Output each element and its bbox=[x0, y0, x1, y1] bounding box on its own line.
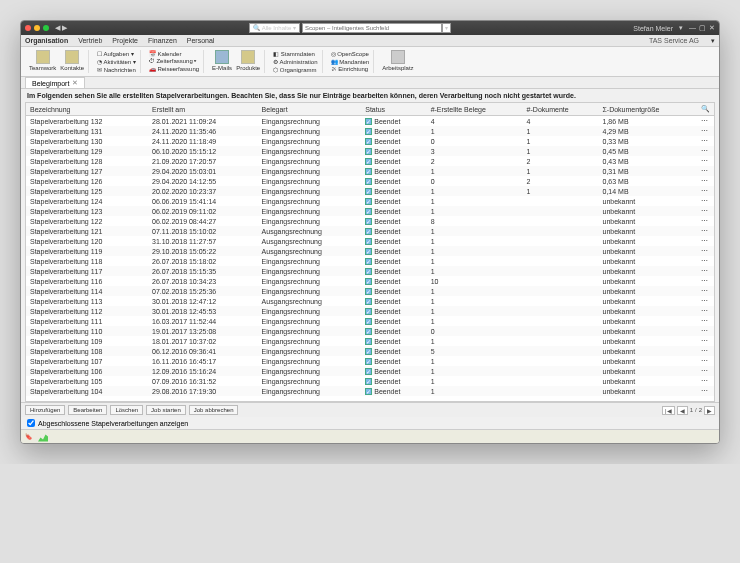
cell-actions[interactable]: ⋯ bbox=[697, 276, 714, 286]
table-row[interactable]: Stapelverarbeitung 11826.07.2018 15:18:0… bbox=[26, 256, 714, 266]
cell-actions[interactable]: ⋯ bbox=[697, 156, 714, 166]
ribbon-einrichtung[interactable]: ⛭ Einrichtung bbox=[331, 66, 370, 72]
ribbon-teamwork[interactable]: Teamwork bbox=[29, 50, 56, 73]
menu-finanzen[interactable]: Finanzen bbox=[148, 37, 177, 44]
job-start-button[interactable]: Job starten bbox=[146, 405, 186, 415]
cell-actions[interactable]: ⋯ bbox=[697, 306, 714, 316]
ribbon-mandanten[interactable]: 👥 Mandanten bbox=[331, 58, 370, 65]
minimize-icon[interactable] bbox=[34, 25, 40, 31]
ribbon-emails[interactable]: E-Mails bbox=[212, 50, 232, 73]
ribbon-openscope[interactable]: ◎ OpenScope bbox=[331, 50, 370, 57]
cell-actions[interactable]: ⋯ bbox=[697, 166, 714, 176]
ribbon-organigramm[interactable]: ⬡ Organigramm bbox=[273, 66, 317, 73]
cell-actions[interactable]: ⋯ bbox=[697, 136, 714, 146]
cell-actions[interactable]: ⋯ bbox=[697, 266, 714, 276]
cell-actions[interactable]: ⋯ bbox=[697, 206, 714, 216]
table-row[interactable]: Stapelverarbeitung 11929.10.2018 15:05:2… bbox=[26, 246, 714, 256]
table-row[interactable]: Stapelverarbeitung 11626.07.2018 10:34:2… bbox=[26, 276, 714, 286]
close-icon[interactable] bbox=[25, 25, 31, 31]
cell-actions[interactable]: ⋯ bbox=[697, 356, 714, 366]
cell-actions[interactable]: ⋯ bbox=[697, 376, 714, 386]
status-chart-icon[interactable] bbox=[38, 432, 48, 442]
cell-actions[interactable]: ⋯ bbox=[697, 256, 714, 266]
col-dokumentgroesse[interactable]: Σ-Dokumentgröße bbox=[599, 103, 697, 116]
ribbon-kontakte[interactable]: Kontakte bbox=[60, 50, 84, 73]
table-row[interactable]: Stapelverarbeitung 12206.02.2019 08:44:2… bbox=[26, 216, 714, 226]
cell-actions[interactable]: ⋯ bbox=[697, 326, 714, 336]
table-row[interactable]: Stapelverarbeitung 12107.11.2018 15:10:0… bbox=[26, 226, 714, 236]
menu-vertrieb[interactable]: Vertrieb bbox=[78, 37, 102, 44]
table-row[interactable]: Stapelverarbeitung 11230.01.2018 12:45:5… bbox=[26, 306, 714, 316]
menu-organisation[interactable]: Organisation bbox=[25, 37, 68, 44]
show-completed-checkbox[interactable] bbox=[27, 419, 35, 427]
table-row[interactable]: Stapelverarbeitung 10507.09.2016 16:31:5… bbox=[26, 376, 714, 386]
cell-actions[interactable]: ⋯ bbox=[697, 336, 714, 346]
table-row[interactable]: Stapelverarbeitung 12031.10.2018 11:27:5… bbox=[26, 236, 714, 246]
delete-button[interactable]: Löschen bbox=[110, 405, 143, 415]
cell-actions[interactable]: ⋯ bbox=[697, 126, 714, 136]
win-minimize-icon[interactable]: — bbox=[689, 24, 696, 32]
pager-first-icon[interactable]: |◀ bbox=[662, 406, 675, 415]
table-row[interactable]: Stapelverarbeitung 13228.01.2021 11:09:2… bbox=[26, 116, 714, 127]
table-row[interactable]: Stapelverarbeitung 11019.01.2017 13:25:0… bbox=[26, 326, 714, 336]
search-dropdown-icon[interactable]: ▾ bbox=[442, 23, 451, 33]
cell-actions[interactable]: ⋯ bbox=[697, 386, 714, 396]
job-cancel-button[interactable]: Job abbrechen bbox=[189, 405, 239, 415]
cell-actions[interactable]: ⋯ bbox=[697, 246, 714, 256]
ribbon-arbeitsplatz[interactable]: Arbeitsplatz bbox=[382, 50, 413, 73]
status-tag-icon[interactable]: 🔖 bbox=[25, 433, 32, 440]
pager-next-icon[interactable]: ▶ bbox=[704, 406, 715, 415]
add-button[interactable]: Hinzufügen bbox=[25, 405, 65, 415]
col-belegart[interactable]: Belegart bbox=[258, 103, 362, 116]
cell-actions[interactable]: ⋯ bbox=[697, 366, 714, 376]
table-row[interactable]: Stapelverarbeitung 10612.09.2016 15:16:2… bbox=[26, 366, 714, 376]
company-label[interactable]: TAS Service AG bbox=[649, 37, 699, 44]
cell-actions[interactable]: ⋯ bbox=[697, 146, 714, 156]
col-search-icon[interactable]: 🔍 bbox=[697, 103, 714, 116]
company-dropdown-icon[interactable]: ▾ bbox=[711, 37, 715, 45]
cell-actions[interactable]: ⋯ bbox=[697, 196, 714, 206]
ribbon-produkte[interactable]: Produkte bbox=[236, 50, 260, 73]
table-row[interactable]: Stapelverarbeitung 12629.04.2020 14:12:5… bbox=[26, 176, 714, 186]
table-row[interactable]: Stapelverarbeitung 10806.12.2016 09:36:4… bbox=[26, 346, 714, 356]
table-row[interactable]: Stapelverarbeitung 12520.02.2020 10:23:3… bbox=[26, 186, 714, 196]
table-row[interactable]: Stapelverarbeitung 10918.01.2017 10:37:0… bbox=[26, 336, 714, 346]
tab-close-icon[interactable]: ✕ bbox=[72, 79, 78, 87]
ribbon-stammdaten[interactable]: ◧ Stammdaten bbox=[273, 50, 317, 57]
maximize-icon[interactable] bbox=[43, 25, 49, 31]
ribbon-zeiterfassung[interactable]: ⏱ Zeiterfassung ▾ bbox=[149, 58, 199, 64]
table-row[interactable]: Stapelverarbeitung 11726.07.2018 15:15:3… bbox=[26, 266, 714, 276]
win-maximize-icon[interactable]: ▢ bbox=[699, 24, 706, 32]
table-row[interactable]: Stapelverarbeitung 11116.03.2017 11:52:4… bbox=[26, 316, 714, 326]
show-completed-option[interactable]: Abgeschlossene Stapelverarbeitungen anze… bbox=[21, 417, 719, 429]
table-row[interactable]: Stapelverarbeitung 12306.02.2019 09:11:0… bbox=[26, 206, 714, 216]
search-scope-dropdown[interactable]: 🔍 Alle Inhalte ▾ bbox=[249, 23, 300, 33]
cell-actions[interactable]: ⋯ bbox=[697, 286, 714, 296]
table-row[interactable]: Stapelverarbeitung 12906.10.2020 15:15:1… bbox=[26, 146, 714, 156]
table-row[interactable]: Stapelverarbeitung 10716.11.2016 16:45:1… bbox=[26, 356, 714, 366]
ribbon-reiseerfassung[interactable]: 🚗 Reiseerfassung bbox=[149, 65, 199, 72]
ribbon-administration[interactable]: ⚙ Administration bbox=[273, 58, 317, 65]
cell-actions[interactable]: ⋯ bbox=[697, 176, 714, 186]
edit-button[interactable]: Bearbeiten bbox=[68, 405, 107, 415]
cell-actions[interactable]: ⋯ bbox=[697, 296, 714, 306]
cell-actions[interactable]: ⋯ bbox=[697, 346, 714, 356]
col-erstellte-belege[interactable]: #-Erstellte Belege bbox=[427, 103, 523, 116]
ribbon-nachrichten[interactable]: ✉ Nachrichten bbox=[97, 66, 136, 73]
cell-actions[interactable]: ⋯ bbox=[697, 186, 714, 196]
menu-personal[interactable]: Personal bbox=[187, 37, 215, 44]
cell-actions[interactable]: ⋯ bbox=[697, 316, 714, 326]
col-status[interactable]: Status bbox=[361, 103, 426, 116]
cell-actions[interactable]: ⋯ bbox=[697, 216, 714, 226]
table-row[interactable]: Stapelverarbeitung 10429.08.2016 17:19:3… bbox=[26, 386, 714, 396]
global-search-input[interactable] bbox=[302, 23, 442, 33]
cell-actions[interactable]: ⋯ bbox=[697, 116, 714, 127]
menu-projekte[interactable]: Projekte bbox=[112, 37, 138, 44]
nav-left-icon[interactable]: ◀ bbox=[55, 24, 60, 32]
pager-prev-icon[interactable]: ◀ bbox=[677, 406, 688, 415]
table-row[interactable]: Stapelverarbeitung 13124.11.2020 11:35:4… bbox=[26, 126, 714, 136]
table-row[interactable]: Stapelverarbeitung 11330.01.2018 12:47:1… bbox=[26, 296, 714, 306]
ribbon-kalender[interactable]: 📅 Kalender bbox=[149, 50, 199, 57]
cell-actions[interactable]: ⋯ bbox=[697, 226, 714, 236]
ribbon-aufgaben[interactable]: ☐ Aufgaben ▾ bbox=[97, 50, 136, 57]
